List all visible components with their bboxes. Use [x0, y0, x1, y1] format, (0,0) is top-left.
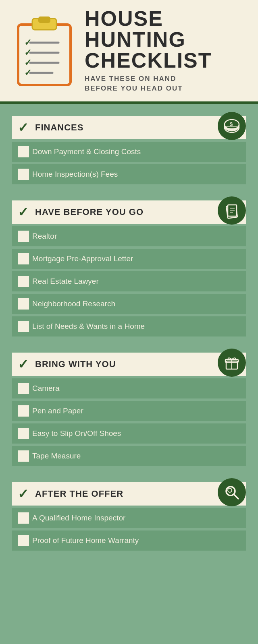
section-header-bring-with: ✓ BRING WITH YOU [12, 353, 246, 376]
section-title-have-before: HAVE BEFORE YOU GO [35, 207, 144, 217]
svg-text:✓: ✓ [24, 58, 31, 68]
main-content: $ ✓ FINANCES Down Payment & Closing Cost… [0, 104, 258, 583]
list-item: A Qualified Home Inspector [12, 508, 246, 528]
section-bring-with: ✓ BRING WITH YOU Camera Pen and Paper Ea… [12, 353, 246, 466]
svg-text:$: $ [230, 121, 233, 127]
svg-text:✓: ✓ [24, 68, 31, 78]
title-line3: CHECKLIST [85, 49, 212, 72]
list-item: Easy to Slip On/Off Shoes [12, 423, 246, 444]
search-icon [218, 478, 246, 506]
section-title-after-offer: AFTER THE OFFER [35, 489, 123, 499]
list-item: Pen and Paper [12, 401, 246, 421]
list-item: Down Payment & Closing Costs [12, 142, 246, 162]
money-icon: $ [218, 112, 246, 140]
section-after-offer: ✓ AFTER THE OFFER A Qualified Home Inspe… [12, 482, 246, 551]
svg-line-27 [234, 494, 238, 499]
list-item: Mortgage Pre-Approval Letter [12, 249, 246, 269]
subtitle-line1: HAVE THESE ON HAND [85, 75, 176, 83]
section-header-finances: ✓ FINANCES [12, 116, 246, 139]
section-header-have-before: ✓ HAVE BEFORE YOU GO [12, 200, 246, 224]
clipboard-icon: ✓ ✓ ✓ ✓ [12, 12, 77, 89]
list-item: Real Estate Lawyer [12, 271, 246, 291]
header-title: HOUSE HUNTING CHECKLIST [85, 8, 212, 71]
documents-icon [218, 196, 246, 225]
box-icon [218, 349, 246, 377]
checkmark-bring-with: ✓ [18, 357, 29, 372]
header: ✓ ✓ ✓ ✓ HOUSE HUNTING CHECKLIST HAVE THE… [0, 0, 258, 104]
section-title-finances: FINANCES [35, 122, 83, 133]
checkmark-have-before: ✓ [18, 204, 29, 220]
section-finances: $ ✓ FINANCES Down Payment & Closing Cost… [12, 116, 246, 184]
svg-text:✓: ✓ [24, 47, 31, 58]
svg-rect-2 [38, 17, 50, 23]
checkmark-finances: ✓ [18, 120, 29, 135]
header-text: HOUSE HUNTING CHECKLIST HAVE THESE ON HA… [85, 8, 212, 93]
list-item: Neighborhood Research [12, 294, 246, 314]
svg-text:✓: ✓ [24, 37, 31, 47]
checkmark-after-offer: ✓ [18, 486, 29, 502]
svg-point-28 [228, 488, 232, 492]
section-header-after-offer: ✓ AFTER THE OFFER [12, 482, 246, 506]
list-item: Tape Measure [12, 446, 246, 466]
title-line1: HOUSE [85, 7, 163, 30]
list-item: Camera [12, 378, 246, 398]
list-item: Home Inspection(s) Fees [12, 164, 246, 184]
list-item: Proof of Future Home Warranty [12, 530, 246, 551]
section-have-before: ✓ HAVE BEFORE YOU GO Realtor Mortgage Pr… [12, 200, 246, 336]
subtitle-line2: BEFORE YOU HEAD OUT [85, 85, 183, 92]
list-item: List of Needs & Wants in a Home [12, 316, 246, 336]
header-subtitle: HAVE THESE ON HAND BEFORE YOU HEAD OUT [85, 74, 212, 93]
section-title-bring-with: BRING WITH YOU [35, 359, 116, 369]
list-item: Realtor [12, 226, 246, 246]
title-line2: HUNTING [85, 28, 186, 51]
